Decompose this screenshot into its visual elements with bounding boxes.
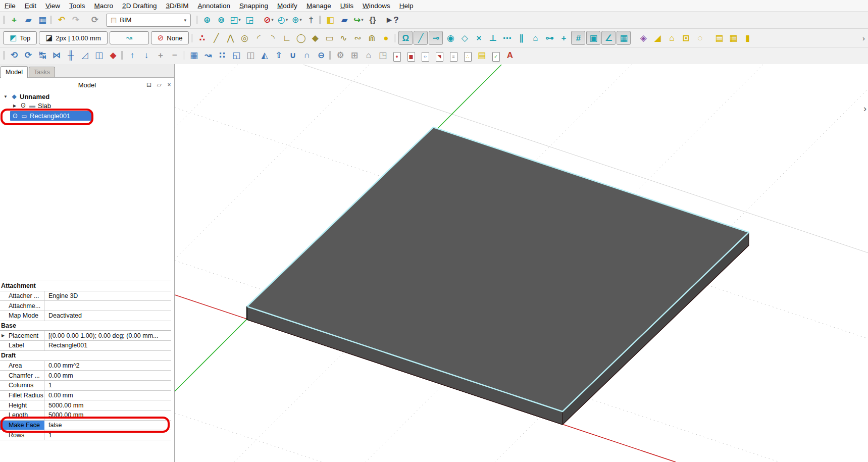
property-row-area[interactable]: Area0.00 mm^2 <box>0 361 171 371</box>
property-value[interactable]: Engine 3D <box>44 291 171 301</box>
property-name[interactable]: Length <box>0 410 44 420</box>
material-doc-icon[interactable]: ∴ <box>461 50 474 64</box>
path-array-icon[interactable]: ↝ <box>201 49 215 62</box>
chevron-expanded-icon[interactable]: ▼ <box>3 94 9 99</box>
menu-item-manage[interactable]: Manage <box>302 1 336 11</box>
ifc-document-icon[interactable]: ◈ <box>637 31 650 44</box>
property-value[interactable]: 0.00 mm <box>44 391 171 400</box>
dock-close-icon[interactable]: × <box>164 81 174 88</box>
draft-point-icon[interactable]: ● <box>379 31 392 44</box>
isometric-view-icon[interactable]: ◰▾ <box>229 14 242 27</box>
property-name[interactable]: Height <box>0 400 44 410</box>
toolbar-drag-handle[interactable] <box>319 16 321 24</box>
draft-bspline-icon[interactable]: ∿ <box>337 31 350 44</box>
draft-rectangle-icon[interactable]: ▭ <box>323 31 336 44</box>
whats-this-icon[interactable]: ►? <box>385 14 398 27</box>
shape-2d-view-icon[interactable]: ⌂ <box>362 49 375 62</box>
snap-extension-icon[interactable]: ⋯ <box>500 31 514 44</box>
remove-component-icon[interactable]: − <box>168 49 181 62</box>
fit-all-icon[interactable]: ⊕ <box>200 14 214 27</box>
property-row-map-mode[interactable]: Map ModeDeactivated <box>0 311 171 321</box>
slab-object[interactable] <box>247 127 749 425</box>
export-icon[interactable]: ↪▾ <box>352 14 365 27</box>
bim-space-icon[interactable]: ◌ <box>693 31 706 44</box>
chevron-collapsed-icon[interactable]: ▶ <box>2 333 5 338</box>
bim-level-icon[interactable]: ⊡ <box>679 31 692 44</box>
snap-endpoint-icon[interactable]: ╱ <box>414 31 428 45</box>
property-name[interactable]: Columns <box>0 381 44 390</box>
redo-icon[interactable]: ↷ <box>69 14 82 27</box>
property-name[interactable]: Label <box>0 341 44 350</box>
bim-building-icon[interactable]: ⌂ <box>665 31 678 44</box>
chart-doc-icon[interactable]: ▆ <box>404 50 418 64</box>
clone-icon[interactable]: ◱ <box>230 49 243 62</box>
visibility-eye-icon[interactable]: ʘ <box>12 113 19 120</box>
property-name[interactable]: Chamfer ... <box>0 371 44 380</box>
menu-item-annotation[interactable]: Annotation <box>193 1 235 11</box>
toolbar-drag-handle[interactable] <box>196 16 197 24</box>
bim-wall-icon[interactable]: ▤ <box>712 31 726 44</box>
draft-split-icon[interactable]: ╫ <box>64 49 77 62</box>
layers-doc-icon[interactable]: ≡ <box>447 50 460 64</box>
toolbar-drag-handle[interactable] <box>394 34 395 42</box>
modifier-button[interactable]: ↝ <box>110 31 149 44</box>
property-section-draft[interactable]: Draft <box>0 351 171 361</box>
draft-polyline-icon[interactable]: ⋀ <box>224 31 237 44</box>
top-view-button[interactable]: ◩Top <box>3 31 37 44</box>
property-value[interactable]: 1 <box>44 381 171 390</box>
menu-item-tools[interactable]: Tools <box>65 1 90 11</box>
snap-dimensions-icon[interactable]: ∠ <box>601 31 616 45</box>
menu-item-macro[interactable]: Macro <box>90 1 118 11</box>
code-doc-icon[interactable]: ‹› <box>419 50 432 64</box>
draft-line-icon[interactable]: ╱ <box>210 31 223 44</box>
menu-item-view[interactable]: View <box>41 1 65 11</box>
panel-collapse-chevron-icon[interactable]: › <box>863 104 866 114</box>
property-name[interactable]: Attachme... <box>0 301 44 311</box>
downgrade-icon[interactable]: ↓ <box>140 49 153 62</box>
autogroup-button[interactable]: ⊘None <box>151 31 189 44</box>
draft-scale-icon[interactable]: ◿ <box>78 49 91 62</box>
annotation-styles-icon[interactable]: A <box>503 49 517 62</box>
property-value[interactable]: 1 <box>44 430 171 440</box>
menu-item-help[interactable]: Help <box>395 1 418 11</box>
property-row-columns[interactable]: Columns1 <box>0 381 171 391</box>
draft-polygon-icon[interactable]: ◆ <box>309 31 322 44</box>
draft-cubic-bezier-icon[interactable]: ⋒ <box>365 31 378 44</box>
property-name[interactable]: Rows <box>0 430 44 440</box>
tab-model[interactable]: Model <box>1 66 28 78</box>
refresh-icon[interactable]: ⟳ <box>88 14 101 27</box>
slab-top-face[interactable] <box>247 127 749 412</box>
zoom-tools-icon[interactable]: ⊛▾ <box>290 14 303 27</box>
property-name[interactable]: Fillet Radius <box>0 391 44 400</box>
line-width-button[interactable]: ◪2px | 10.00 mm <box>39 31 108 44</box>
snap-parallel-icon[interactable]: ∥ <box>515 31 528 44</box>
property-value[interactable]: 5000.00 mm <box>44 400 171 410</box>
snap-angle-icon[interactable]: ◇ <box>458 31 471 44</box>
utility-tools-icon[interactable]: ⚙ <box>334 49 347 62</box>
snap-center-icon[interactable]: ◉ <box>444 31 457 44</box>
render-view-doc-icon[interactable]: ● <box>390 50 403 64</box>
working-plane-proxy-icon[interactable]: ⊞ <box>348 49 361 62</box>
schedule-icon[interactable]: ▤ <box>475 49 488 62</box>
snap-ortho-icon[interactable]: + <box>557 31 570 44</box>
toolbar-drag-handle[interactable] <box>121 51 123 60</box>
toolbar-drag-handle[interactable] <box>183 51 184 60</box>
snap-perpendicular-icon[interactable]: ⊥ <box>486 31 499 44</box>
snap-intersection-icon[interactable]: × <box>472 31 485 44</box>
property-row-attacher[interactable]: Attacher ...Engine 3D <box>0 291 171 301</box>
bim-view-doc-icon[interactable]: ◥ <box>433 50 446 64</box>
draft-ellipse-icon[interactable]: ◯ <box>294 31 308 44</box>
toolbar-overflow-icon[interactable]: › <box>862 34 866 42</box>
expressions-icon[interactable]: {} <box>366 14 379 27</box>
property-row-placement[interactable]: ▶Placement[(0.00 0.00 1.00); 0.00 deg; (… <box>0 331 171 341</box>
property-name[interactable]: Map Mode <box>0 311 44 321</box>
measure-icon[interactable]: † <box>304 14 318 27</box>
bim-site-icon[interactable]: ◢ <box>651 31 664 44</box>
snap-grid-icon[interactable]: # <box>571 31 585 45</box>
section-plane-icon[interactable]: ◳ <box>376 49 389 62</box>
draft-bezier-icon[interactable]: ∾ <box>351 31 364 44</box>
property-value[interactable]: false <box>44 421 171 430</box>
draft-offset-icon[interactable]: ⟳ <box>22 49 35 62</box>
toolbar-drag-handle[interactable] <box>191 34 192 42</box>
point-array-icon[interactable]: ∷ <box>216 49 229 62</box>
